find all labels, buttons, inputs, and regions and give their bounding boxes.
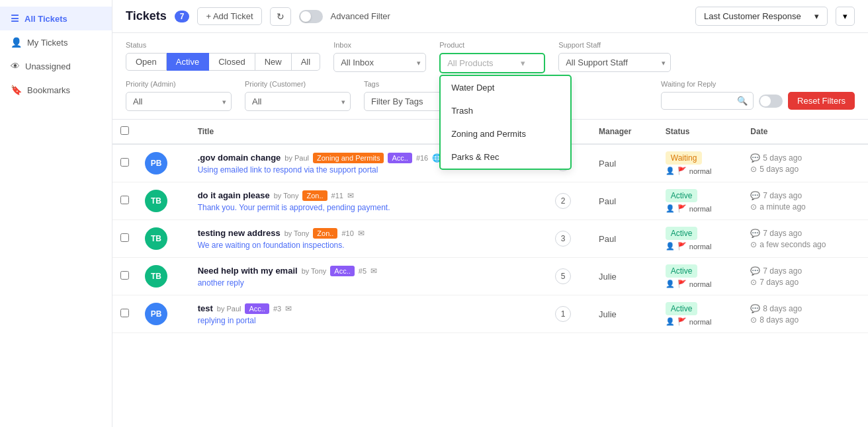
tab-open[interactable]: Open: [126, 53, 167, 71]
table-row: TB Need help with my email by Tony Acc..…: [112, 258, 868, 295]
ticket-title-cell: testing new address by Tony Zon.. #10 ✉ …: [190, 220, 548, 258]
row-checkbox[interactable]: [120, 158, 129, 167]
row-checkbox-cell: [112, 295, 137, 333]
ticket-title-link[interactable]: do it again please: [198, 190, 270, 200]
ticket-title-main: Need help with my email by Tony Acc.. #5…: [198, 266, 540, 276]
sort-dropdown[interactable]: Last Customer Response ▾: [695, 7, 828, 26]
priority-admin-select[interactable]: All: [126, 92, 232, 111]
person-icon: 👤: [666, 317, 675, 326]
ticket-preview[interactable]: replying in portal: [198, 316, 540, 325]
person-icon: 👤: [666, 167, 675, 175]
avatar: TB: [145, 227, 167, 250]
sort-label: Last Customer Response: [704, 11, 801, 21]
clock-icon: ⊙: [750, 165, 757, 174]
sidebar-item-unassigned[interactable]: 👁 Unassigned: [0, 54, 112, 78]
avatar-cell: PB: [137, 295, 190, 333]
product-item-water-dept[interactable]: Water Dept: [441, 76, 570, 99]
ticket-num-cell: 3: [547, 220, 591, 258]
refresh-button[interactable]: ↻: [270, 7, 291, 26]
ticket-preview[interactable]: another reply: [198, 278, 540, 288]
ticket-title-link[interactable]: test: [198, 303, 213, 313]
ticket-by: by Tony: [284, 229, 310, 237]
date-value-2: a few seconds ago: [760, 240, 826, 249]
waiting-toggle-row: 🔍 Reset Filters: [661, 92, 855, 110]
avatar: PB: [145, 152, 167, 175]
date-cell: 💬 5 days ago ⊙ 5 days ago: [742, 144, 868, 182]
sidebar-item-all-tickets[interactable]: ☰ All Tickets: [0, 7, 112, 30]
waiting-reply-toggle[interactable]: [759, 95, 783, 108]
filter-group-priority-customer: Priority (Customer) All: [245, 80, 351, 111]
ticket-preview[interactable]: Thank you. Your permit is approved, pend…: [198, 203, 540, 212]
reset-filters-button[interactable]: Reset Filters: [788, 92, 855, 110]
ticket-preview[interactable]: We are waiting on foundation inspections…: [198, 241, 540, 250]
toggle-knob: [760, 96, 771, 106]
sidebar-item-bookmarks[interactable]: 🔖 Bookmarks: [0, 78, 112, 102]
priority-row: 👤 🚩 normal: [666, 317, 735, 326]
product-item-zoning[interactable]: Zoning and Permits: [441, 122, 570, 145]
clock-icon: ⊙: [750, 315, 757, 325]
date-row-2: ⊙ 5 days ago: [750, 165, 860, 174]
product-dropdown-input[interactable]: All Products ▾: [439, 53, 545, 73]
waiting-search-input[interactable]: [667, 96, 733, 106]
filters-bar: Status Open Active Closed New All Inbox …: [112, 33, 868, 120]
ticket-title-link[interactable]: .gov domain change: [198, 153, 281, 163]
inbox-select[interactable]: All Inbox: [333, 53, 426, 72]
date-value-1: 5 days ago: [763, 153, 802, 163]
flag-icon: 🚩: [677, 280, 687, 288]
tab-new[interactable]: New: [255, 53, 292, 71]
ticket-by: by Paul: [217, 305, 241, 313]
date-value-1: 7 days ago: [763, 229, 802, 238]
priority-admin-label: Priority (Admin): [126, 80, 232, 88]
priority-row: 👤 🚩 normal: [666, 167, 735, 175]
row-checkbox[interactable]: [120, 309, 129, 317]
select-all-checkbox[interactable]: [120, 126, 129, 135]
clock-icon: ⊙: [750, 240, 757, 249]
sidebar: ☰ All Tickets 👤 My Tickets 👁 Unassigned …: [0, 0, 112, 427]
sidebar-item-label: Bookmarks: [27, 85, 70, 95]
flag-icon: 🚩: [677, 317, 687, 326]
add-ticket-button[interactable]: + Add Ticket: [197, 7, 261, 25]
chat-icon: 💬: [750, 304, 760, 313]
date-cell: 💬 7 days ago ⊙ a minute ago: [742, 182, 868, 220]
sort-extra-button[interactable]: ▾: [836, 7, 855, 26]
status-filter-label: Status: [126, 41, 320, 49]
sidebar-item-my-tickets[interactable]: 👤 My Tickets: [0, 30, 112, 54]
status-cell: Active 👤 🚩 normal: [658, 182, 743, 220]
manager-cell: Julie: [591, 295, 658, 333]
advanced-filter-toggle-wrap: [299, 10, 323, 23]
priority-row: 👤 🚩 normal: [666, 204, 735, 213]
product-item-trash[interactable]: Trash: [441, 99, 570, 122]
manager-cell: Paul: [591, 182, 658, 220]
person-icon: 👤: [666, 242, 675, 251]
ticket-number: #5: [359, 267, 367, 275]
priority-row: 👤 🚩 normal: [666, 280, 735, 288]
page-title: Tickets: [126, 9, 167, 23]
advanced-filter-toggle[interactable]: [299, 10, 323, 23]
ticket-num-cell: 1: [547, 295, 591, 333]
flag-icon: 🚩: [677, 242, 687, 251]
tab-closed[interactable]: Closed: [209, 53, 255, 71]
filter-group-support-staff: Support Staff All Support Staff: [558, 41, 671, 72]
waiting-reply-label: Waiting for Reply: [661, 80, 855, 88]
product-item-parks[interactable]: Parks & Rec: [441, 145, 570, 169]
ticket-number: #16: [416, 154, 428, 162]
filter-group-product: Product All Products ▾ Water Dept Trash …: [439, 41, 545, 73]
row-checkbox[interactable]: [120, 196, 129, 204]
status-badge: Active: [666, 264, 698, 278]
ticket-title-link[interactable]: testing new address: [198, 228, 281, 238]
date-row-2: ⊙ a minute ago: [750, 202, 860, 212]
sidebar-item-label: Unassigned: [25, 61, 71, 71]
ticket-title-link[interactable]: Need help with my email: [198, 266, 298, 276]
row-checkbox[interactable]: [120, 233, 129, 242]
date-row-2: ⊙ 7 days ago: [750, 278, 860, 287]
manager-cell: Paul: [591, 220, 658, 258]
main-content: Tickets 7 + Add Ticket ↻ Advanced Filter…: [112, 0, 868, 427]
tab-all[interactable]: All: [292, 53, 320, 71]
row-checkbox[interactable]: [120, 271, 129, 280]
priority-customer-select[interactable]: All: [245, 92, 351, 111]
eye-icon: 👁: [11, 61, 20, 71]
ticket-num-badge: 5: [555, 268, 571, 284]
status-cell: Active 👤 🚩 normal: [658, 220, 743, 258]
tab-active[interactable]: Active: [167, 53, 209, 71]
support-staff-select[interactable]: All Support Staff: [558, 53, 671, 72]
